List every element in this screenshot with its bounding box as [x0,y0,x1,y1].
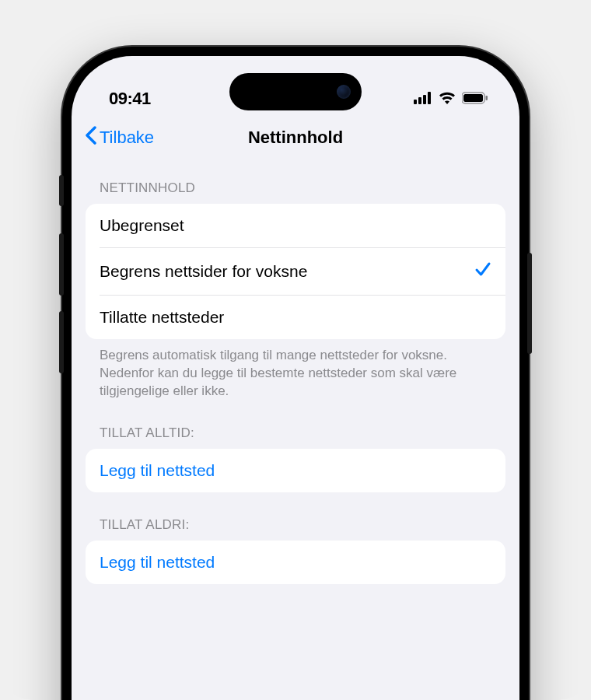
svg-rect-0 [414,100,417,104]
option-label: Ubegrenset [100,216,491,235]
never-allow-group: Legg til nettsted [86,541,505,584]
allow-always-group: Legg til nettsted [86,449,505,492]
cellular-icon [414,89,432,109]
option-label: Tillatte nettsteder [100,308,491,327]
svg-rect-2 [423,95,426,104]
option-allowed-sites[interactable]: Tillatte nettsteder [100,295,505,339]
page-title: Nettinnhold [248,128,343,148]
back-label: Tilbake [100,128,154,148]
svg-rect-3 [428,92,431,104]
back-button[interactable]: Tilbake [84,125,154,150]
dynamic-island [229,73,362,110]
battery-icon [462,89,488,109]
add-website-label: Legg til nettsted [100,553,215,572]
svg-rect-1 [418,97,421,104]
svg-rect-5 [463,94,483,102]
section-header-web: NETTINNHOLD [86,159,505,204]
status-time: 09:41 [109,89,151,109]
front-camera [337,85,351,99]
svg-rect-6 [486,96,488,100]
add-website-label: Legg til nettsted [100,461,215,480]
web-content-options-group: Ubegrenset Begrens nettsider for voksne … [86,204,505,339]
section-header-never: TILLAT ALDRI: [86,492,505,541]
checkmark-icon [474,261,491,282]
section-header-allow: TILLAT ALLTID: [86,401,505,449]
add-website-allow-button[interactable]: Legg til nettsted [86,449,505,492]
option-limit-adult[interactable]: Begrens nettsider for voksne [100,247,505,295]
silence-switch [59,175,64,206]
volume-up-button [59,233,64,296]
phone-frame: 09:41 [62,47,529,700]
wifi-icon [439,89,456,109]
power-button [527,253,532,354]
nav-bar: Tilbake Nettinnhold [72,117,519,159]
option-unrestricted[interactable]: Ubegrenset [86,204,505,247]
chevron-left-icon [84,124,96,149]
option-label: Begrens nettsider for voksne [100,262,474,281]
volume-down-button [59,311,64,373]
add-website-never-button[interactable]: Legg til nettsted [86,541,505,584]
section-footer-web: Begrens automatisk tilgang til mange net… [86,339,505,401]
